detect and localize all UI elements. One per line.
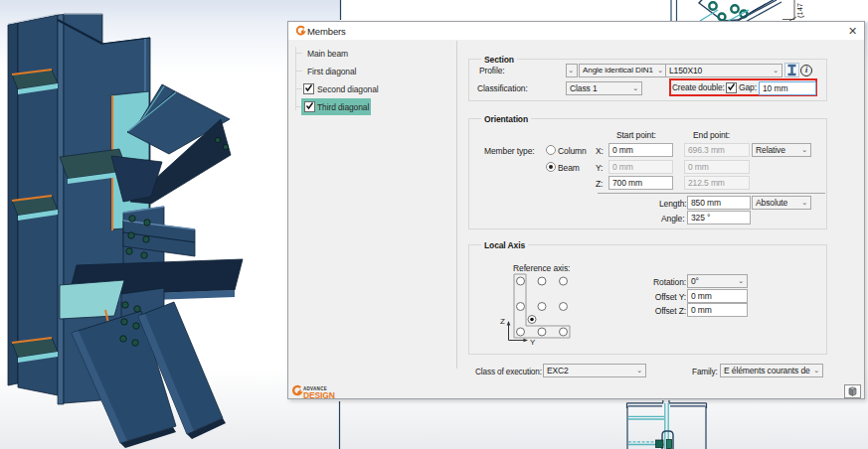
svg-text:DESIGN: DESIGN — [303, 390, 335, 400]
svg-text:Z: Z — [500, 317, 505, 326]
svg-text:(147: (147 — [795, 3, 804, 18]
svg-text:Y: Y — [530, 338, 536, 347]
